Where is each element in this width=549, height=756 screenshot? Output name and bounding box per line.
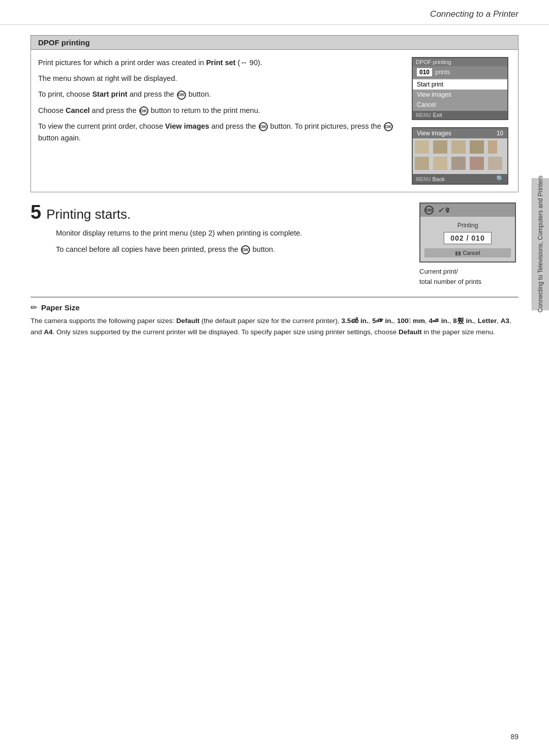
- ok-btn-inline4: OK: [384, 122, 393, 131]
- dpof-title: DPOF printing: [31, 36, 518, 50]
- printing-screen: OK ✓↯ Printing 002 / 010 ▮▮ Cancel: [419, 202, 516, 263]
- printing-progress: 002 / 010: [444, 232, 491, 244]
- screen1-menu: Start print View images Cancel: [413, 78, 507, 111]
- note-a4: A4: [44, 328, 52, 336]
- ok-btn-inline3: OK: [259, 122, 268, 131]
- note-size7: A3: [501, 317, 509, 325]
- step5-para2: To cancel before all copies have been pr…: [56, 244, 409, 256]
- side-tab-text: Connecting to Televisions, Computers and…: [536, 176, 545, 312]
- header-title: Connecting to a Printer: [430, 9, 518, 19]
- step5-section: 5 Printing starts. Monitor display retur…: [30, 202, 518, 286]
- dpof-screens: DPOF printing 010 prints Start print Vie…: [412, 57, 511, 185]
- screen1-prints-value: 010: [417, 68, 432, 76]
- dpof-para3: To print, choose Start print and press t…: [38, 89, 402, 100]
- view-images-bold: View images: [165, 122, 209, 130]
- thumb-10: [488, 157, 502, 170]
- note-box: ✏ Paper Size The camera supports the fol…: [30, 297, 518, 337]
- step5-screen-col: OK ✓↯ Printing 002 / 010 ▮▮ Cancel Curre…: [419, 202, 518, 286]
- step5-text: 5 Printing starts. Monitor display retur…: [30, 202, 409, 286]
- screen1-cancel: Cancel: [413, 100, 507, 110]
- screen2-footer: MENU Back 🔍: [413, 174, 507, 184]
- note-size4: 4൶ in.: [429, 317, 449, 325]
- screen1-start-print: Start print: [413, 79, 507, 90]
- screen2-grid: [413, 138, 507, 174]
- note-size3: 100󗅐 mm: [397, 317, 425, 325]
- dpof-text: Print pictures for which a print order w…: [38, 57, 402, 185]
- caption-line1: Current print/: [419, 267, 481, 277]
- note-default1: Default: [176, 317, 200, 325]
- step5-number: 5: [30, 202, 41, 222]
- screen1-prints-row: 010 prints: [413, 66, 507, 78]
- note-default2: Default: [399, 328, 422, 336]
- print-set-bold: Print set: [206, 59, 235, 67]
- screen2-header-label: View images: [417, 130, 451, 137]
- step5-body: Monitor display returns to the print men…: [30, 227, 409, 256]
- printing-caption: Current print/ total number of prints: [419, 267, 481, 286]
- note-size1: 3.5൵ in.: [342, 317, 369, 325]
- thumb-8: [451, 157, 466, 170]
- printing-label: Printing: [458, 222, 478, 229]
- magnify-icon: 🔍: [496, 175, 504, 183]
- note-title: Paper Size: [41, 303, 80, 312]
- printing-body: Printing 002 / 010 ▮▮ Cancel: [420, 217, 515, 261]
- thumb-7: [433, 157, 447, 170]
- note-icon: ✏: [30, 303, 37, 312]
- ok-btn-inline5: OK: [241, 245, 250, 254]
- caption-line2: total number of prints: [419, 277, 481, 287]
- view-images-screen: View images 10: [412, 127, 508, 185]
- ok-icon-top: OK: [424, 206, 434, 215]
- screen2-header: View images 10: [413, 128, 507, 138]
- dpof-content: Print pictures for which a print order w…: [31, 50, 518, 192]
- step5-para1: Monitor display returns to the print men…: [56, 227, 409, 240]
- screen1-footer: MENU Exit: [413, 111, 507, 119]
- dpof-menu-screen: DPOF printing 010 prints Start print Vie…: [412, 57, 508, 120]
- thumb-2: [433, 140, 447, 154]
- screen1-exit-label: Exit: [433, 112, 442, 118]
- step5-title: Printing starts.: [46, 207, 131, 222]
- note-title-row: ✏ Paper Size: [30, 303, 518, 312]
- screen2-count: 10: [497, 130, 503, 137]
- page-number: 89: [510, 733, 518, 741]
- side-tab: Connecting to Televisions, Computers and…: [532, 178, 549, 310]
- dpof-section: DPOF printing Print pictures for which a…: [30, 35, 518, 192]
- note-body: The camera supports the following paper …: [30, 315, 518, 337]
- cancel-bold: Cancel: [66, 106, 90, 114]
- screen1-view-images: View images: [413, 90, 507, 100]
- screen1-menu-label: MENU: [416, 112, 431, 118]
- thumb-3: [451, 140, 466, 154]
- printing-cancel-row: ▮▮ Cancel: [424, 248, 511, 257]
- screen2-footer-left: MENU Back: [416, 176, 445, 182]
- ok-btn-inline1: OK: [177, 91, 186, 100]
- start-print-bold: Start print: [92, 90, 127, 98]
- dpof-para5: To view the current print order, choose …: [38, 121, 402, 144]
- note-size6: Letter: [478, 317, 497, 325]
- note-size5: 8휐 in.: [453, 317, 474, 325]
- thumb-5: [488, 140, 497, 154]
- step5-title-row: 5 Printing starts.: [30, 202, 409, 222]
- note-para: The camera supports the following paper …: [30, 315, 518, 337]
- thumb-1: [415, 140, 429, 154]
- note-size2: 5൷ in.: [372, 317, 393, 325]
- screen1-prints-label: prints: [435, 69, 450, 76]
- thumb-9: [470, 157, 484, 170]
- page-header: Connecting to a Printer: [0, 0, 549, 25]
- screen1-header: DPOF printing: [413, 58, 507, 66]
- dpof-para2: The menu shown at right will be displaye…: [38, 73, 402, 84]
- page-container: Connecting to a Printer DPOF printing Pr…: [0, 0, 549, 756]
- wr-icon: ✓↯: [438, 206, 450, 214]
- printing-screen-top: OK ✓↯: [420, 203, 515, 217]
- thumb-6: [415, 157, 429, 170]
- print-set-ref: ↔ 90: [240, 59, 258, 67]
- dpof-para1: Print pictures for which a print order w…: [38, 57, 402, 69]
- thumb-4: [470, 140, 484, 154]
- ok-btn-inline2: OK: [139, 106, 148, 115]
- main-content: DPOF printing Print pictures for which a…: [0, 25, 549, 353]
- dpof-para4: Choose Cancel and press the OK button to…: [38, 105, 402, 117]
